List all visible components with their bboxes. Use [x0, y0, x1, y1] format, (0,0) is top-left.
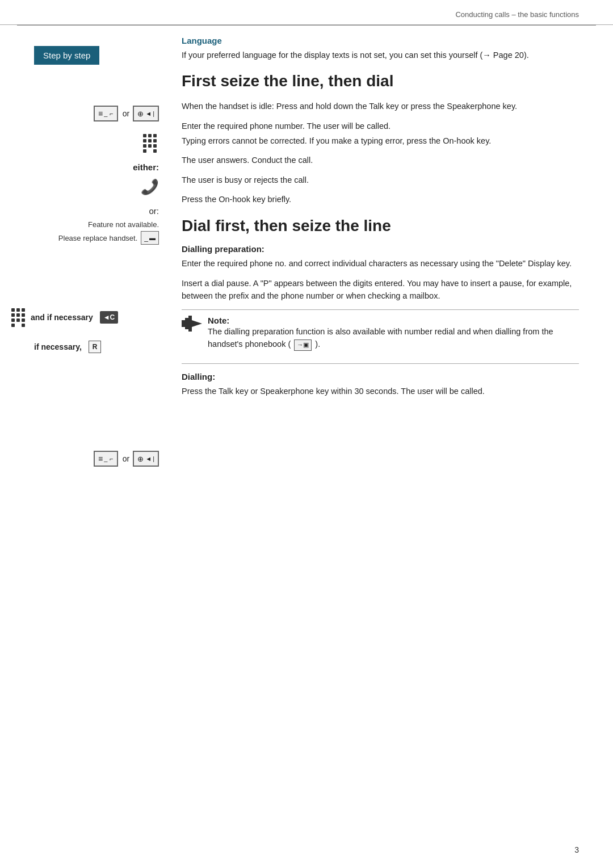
dial-first-heading: Dial first, then seize the line [182, 216, 579, 236]
speaker-key-icon: ⊕ ◄ | [133, 106, 159, 121]
step-by-step-label: Step by step [34, 46, 99, 65]
language-heading: Language [182, 36, 579, 45]
first-seize-p3: Typing errors cannot be corrected. If yo… [182, 135, 579, 147]
dial-first-p2: Insert a dial pause. A "P" appears betwe… [182, 277, 579, 303]
first-seize-p2: Enter the required phone number. The use… [182, 120, 579, 132]
note-content: Note: The dialling preparation function … [208, 316, 579, 358]
and-if-necessary-row: and if necessary ◄C [0, 307, 165, 328]
or-label: or: [0, 206, 165, 216]
note-text: The dialling preparation function is als… [208, 325, 579, 351]
phone-handset-icon-row: 📞 [0, 177, 165, 197]
feature-not-available-area: Feature not available. Please replace ha… [0, 220, 165, 245]
talk-or-speaker-icons-row: ≡ _ ⌐ or ⊕ ◄ | [0, 103, 165, 124]
first-seize-p1: When the handset is idle: Press and hold… [182, 100, 579, 112]
note-heading: Note: [208, 316, 229, 325]
please-replace-text: Please replace handset. [58, 234, 137, 242]
first-seize-heading: First seize the line, then dial [182, 72, 579, 91]
svg-rect-2 [188, 316, 192, 332]
language-section: Language If your preferred language for … [182, 36, 579, 61]
and-if-necessary-label: and if necessary [31, 313, 93, 322]
keypad-icon-2 [11, 308, 25, 327]
first-seize-p6: Press the On-hook key briefly. [182, 193, 579, 206]
or-text-1: or [123, 109, 129, 118]
svg-rect-1 [185, 318, 188, 329]
either-label: either: [0, 162, 165, 172]
page-number: 3 [574, 845, 579, 854]
language-paragraph: If your preferred language for the displ… [182, 49, 579, 61]
r-key-icon: R [89, 341, 102, 353]
svg-rect-0 [182, 320, 185, 327]
speaker-key-icon-2: ⊕ ◄ | [133, 451, 159, 467]
first-seize-p5: The user is busy or rejects the call. [182, 174, 579, 186]
phone-handset-icon: 📞 [141, 178, 159, 196]
page-header: Conducting calls – the basic functions [0, 0, 613, 25]
talk-key-icon-2: ≡ _ ⌐ [94, 451, 118, 467]
first-seize-section: First seize the line, then dial When the… [182, 72, 579, 206]
header-title: Conducting calls – the basic functions [455, 10, 579, 19]
dialling-prep-heading: Dialling preparation: [182, 244, 579, 254]
sidebar: Step by step ≡ _ ⌐ or ⊕ ◄ | [0, 26, 165, 478]
first-seize-p4: The user answers. Conduct the call. [182, 154, 579, 166]
delete-key-icon: ◄C [100, 311, 119, 324]
keypad-icon [143, 134, 157, 153]
talk-or-speaker-icons-row-2: ≡ _ ⌐ or ⊕ ◄ | [0, 448, 165, 469]
dial-first-p1: Enter the required phone no. and correct… [182, 257, 579, 270]
svg-marker-3 [192, 320, 202, 327]
if-necessary-row: if necessary, R [0, 337, 165, 357]
dialling-heading: Dialling: [182, 372, 579, 381]
dial-first-p3: Press the Talk key or Speakerphone key w… [182, 385, 579, 397]
note-arrow-icon [182, 316, 203, 332]
if-necessary-label: if necessary, [34, 342, 82, 351]
or-text-2: or [123, 454, 129, 463]
phonebook-icon: →▣ [294, 339, 312, 351]
on-hook-icon-1: _▬ [141, 231, 159, 245]
main-content: Language If your preferred language for … [165, 26, 613, 478]
note-box: Note: The dialling preparation function … [182, 309, 579, 364]
talk-key-icon: ≡ _ ⌐ [94, 106, 118, 121]
dial-first-section: Dial first, then seize the line Dialling… [182, 216, 579, 397]
feature-not-available-text: Feature not available. [88, 220, 159, 229]
keypad-icon-row [0, 133, 165, 153]
